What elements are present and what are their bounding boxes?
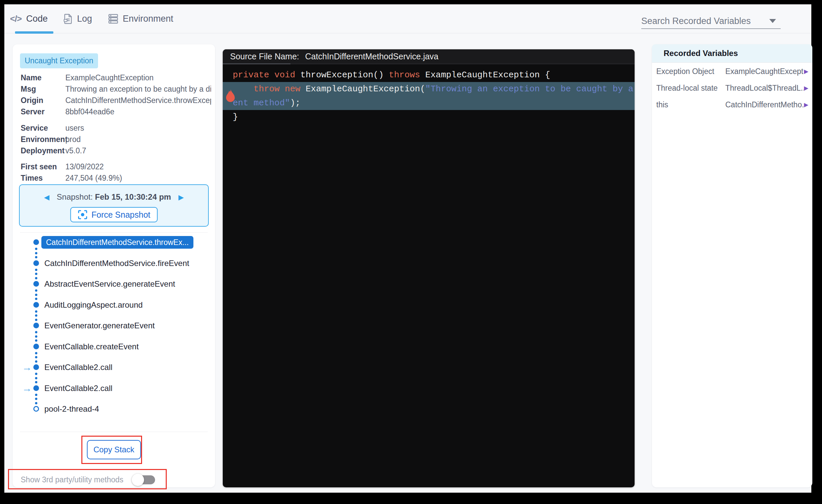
tab-label: Environment (123, 14, 173, 24)
third-party-toggle-switch[interactable] (133, 475, 155, 484)
ellipsis-dot (35, 252, 37, 254)
active-tab-underline (15, 31, 53, 34)
tab-code[interactable]: </>Code (10, 4, 48, 33)
ellipsis-dot (35, 352, 37, 354)
tab-label: Code (26, 14, 48, 24)
frame-label: EventCallable.createEvent (44, 342, 139, 351)
frame-dot-icon (33, 323, 39, 328)
expand-variable-icon[interactable]: ▶ (804, 68, 808, 75)
source-file-label: Source File Name: (230, 52, 299, 61)
current-frame-arrow-icon: → (22, 383, 32, 394)
variable-row[interactable]: thisCatchInDifferentMetho...▶ (652, 96, 812, 113)
stack-trace-list: CatchInDifferentMethodService.throwEx...… (13, 44, 215, 487)
expand-variable-icon[interactable]: ▶ (804, 101, 808, 108)
app-window: </>CodeLogEnvironment Search Recorded Va… (4, 4, 811, 493)
exception-panel: Uncaught Exception NameExampleCaughtExce… (13, 44, 215, 487)
ellipsis-dot (35, 314, 37, 317)
frame-dot-icon (33, 344, 39, 349)
frame-dot-icon (33, 385, 39, 391)
ellipsis-dot (35, 356, 37, 358)
variable-value: ThreadLocal$ThreadL... (725, 84, 804, 93)
thread-dot-icon (33, 406, 39, 412)
ellipsis-dot (35, 398, 37, 400)
frame-label: AbstractEventService.generateEvent (44, 279, 175, 289)
ellipsis-dot (35, 294, 37, 296)
frame-dot-icon (33, 302, 39, 308)
source-code-panel: Source File Name: CatchInDifferentMethod… (223, 49, 635, 487)
frame-dot-icon (33, 239, 39, 245)
copy-stack-button[interactable]: Copy Stack (87, 440, 141, 459)
log-icon (63, 14, 72, 24)
toggle-knob (132, 474, 144, 486)
frame-label: pool-2-thread-4 (44, 404, 99, 414)
code-editor: private void throwException() throws Exa… (223, 64, 635, 124)
variable-row[interactable]: Exception ObjectExampleCaughtExcept...▶ (652, 63, 812, 80)
variable-value: ExampleCaughtExcept... (725, 67, 804, 76)
code-line: } (223, 110, 635, 124)
variable-name: Exception Object (656, 67, 725, 76)
variable-value: CatchInDifferentMetho... (725, 100, 804, 109)
frame-label: AuditLoggingAspect.around (44, 300, 143, 310)
tab-log[interactable]: Log (63, 4, 92, 33)
ellipsis-dot (35, 373, 37, 375)
search-recorded-variables-select[interactable]: Search Recorded Variables (641, 14, 781, 29)
ellipsis-dot (35, 310, 37, 313)
tab-bar: </>CodeLogEnvironment Search Recorded Va… (4, 4, 811, 33)
frame-dot-icon (33, 364, 39, 370)
variable-row[interactable]: Thread-local stateThreadLocal$ThreadL...… (652, 80, 812, 96)
stack-frame[interactable]: →EventCallable2.call (13, 361, 215, 374)
source-file-name: CatchInDifferentMethodService.java (305, 52, 438, 61)
variable-name: this (656, 100, 725, 109)
frame-dot-icon (33, 281, 39, 287)
tab-label: Log (77, 14, 92, 24)
stack-frame[interactable]: AuditLoggingAspect.around (13, 298, 215, 312)
stack-frame[interactable]: pool-2-thread-4 (13, 402, 215, 416)
exception-flame-icon (226, 89, 236, 102)
frame-label: CatchInDifferentMethodService.fireEvent (44, 259, 189, 268)
ellipsis-dot (35, 394, 37, 396)
ellipsis-dot (35, 269, 37, 271)
ellipsis-dot (35, 377, 37, 379)
stack-frame[interactable]: CatchInDifferentMethodService.throwEx... (13, 236, 215, 249)
stack-frame[interactable]: EventCallable.createEvent (13, 340, 215, 353)
variable-name: Thread-local state (656, 84, 725, 93)
frame-label: EventCallable2.call (44, 384, 112, 393)
frame-label: EventCallable2.call (44, 363, 112, 372)
chevron-down-icon (769, 19, 776, 23)
recorded-variables-panel: Recorded Variables Exception ObjectExamp… (652, 44, 812, 487)
selected-frame-label: CatchInDifferentMethodService.throwEx... (41, 236, 193, 249)
divider (20, 432, 208, 432)
code-line: ent method"); (223, 96, 635, 110)
stack-frame[interactable]: CatchInDifferentMethodService.fireEvent (13, 257, 215, 270)
ellipsis-dot (35, 248, 37, 250)
stack-frame[interactable]: AbstractEventService.generateEvent (13, 277, 215, 291)
ellipsis-dot (35, 331, 37, 333)
source-file-header: Source File Name: CatchInDifferentMethod… (223, 49, 635, 63)
search-select-label: Search Recorded Variables (641, 16, 751, 26)
third-party-toggle-label: Show 3rd party/utility methods (21, 475, 123, 484)
code-icon: </> (10, 14, 22, 24)
tab-environment[interactable]: Environment (108, 4, 173, 33)
expand-variable-icon[interactable]: ▶ (804, 85, 808, 92)
ellipsis-dot (35, 273, 37, 275)
code-line: throw new ExampleCaughtException("Throwi… (223, 82, 635, 96)
recorded-variables-header: Recorded Variables (652, 44, 812, 63)
stack-frame[interactable]: EventGenerator.generateEvent (13, 319, 215, 332)
code-line: private void throwException() throws Exa… (223, 68, 635, 82)
frame-label: EventGenerator.generateEvent (44, 321, 155, 330)
ellipsis-dot (35, 289, 37, 292)
stack-frame[interactable]: →EventCallable2.call (13, 382, 215, 395)
third-party-toggle-row: Show 3rd party/utility methods (21, 471, 208, 488)
ellipsis-dot (35, 335, 37, 338)
frame-dot-icon (33, 260, 39, 266)
environment-icon (108, 14, 118, 24)
current-frame-arrow-icon: → (22, 362, 32, 373)
